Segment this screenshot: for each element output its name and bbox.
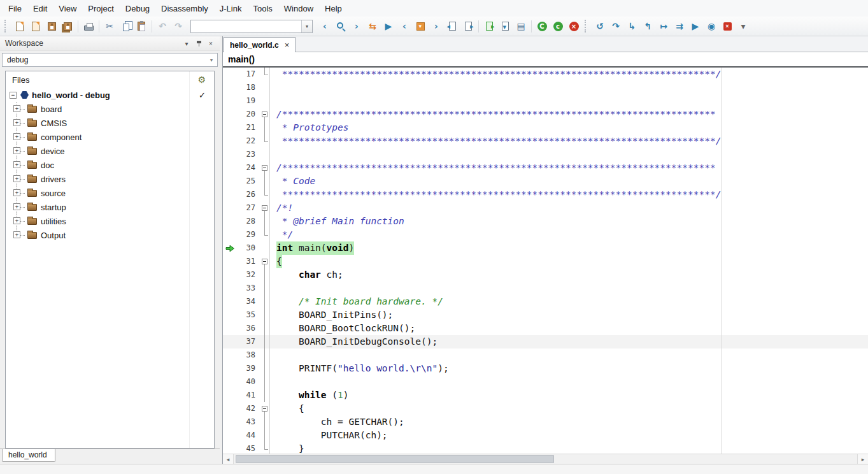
expand-icon[interactable]: + <box>13 147 20 154</box>
menu-item-file[interactable]: File <box>3 0 27 17</box>
go-button[interactable]: ▶ <box>688 18 703 34</box>
code-line-24[interactable]: 24/*************************************… <box>223 161 868 175</box>
breakpoint-gutter[interactable] <box>223 148 237 161</box>
menu-item-jlink[interactable]: J-Link <box>214 0 248 17</box>
save-all-button[interactable] <box>60 18 75 34</box>
breakpoint-gutter[interactable] <box>223 108 237 121</box>
breakpoint-gutter[interactable] <box>223 389 237 402</box>
expand-icon[interactable]: + <box>13 231 20 238</box>
code-line-35[interactable]: 35 BOARD_InitPins(); <box>223 308 868 322</box>
replace-button[interactable]: ⇆ <box>365 18 380 34</box>
menu-item-tools[interactable]: Tools <box>247 0 278 17</box>
fold-collapse-icon[interactable] <box>262 406 267 412</box>
code-line-31[interactable]: 31{ <box>223 255 868 268</box>
breakpoint-gutter[interactable] <box>223 415 237 429</box>
step-into-button[interactable]: ↳ <box>624 18 639 34</box>
code-line-39[interactable]: 39 PRINTF("hello world.\r\n"); <box>223 362 868 375</box>
project-root-item[interactable]: −hello_world - debug✓ <box>6 88 214 102</box>
breakpoint-gutter[interactable] <box>223 134 237 148</box>
breakpoint-gutter[interactable] <box>223 348 237 362</box>
tree-item-doc[interactable]: +doc <box>6 158 214 172</box>
debug-grip[interactable] <box>585 20 589 32</box>
code-line-36[interactable]: 36 BOARD_BootClockRUN(); <box>223 322 868 335</box>
tree-item-component[interactable]: +component <box>6 130 214 144</box>
code-line-22[interactable]: 22 *************************************… <box>223 134 868 148</box>
code-line-21[interactable]: 21 * Prototypes <box>223 121 868 134</box>
code-line-25[interactable]: 25 * Code <box>223 175 868 188</box>
cut-button[interactable]: ✂ <box>102 18 117 34</box>
fold-collapse-icon[interactable] <box>262 111 267 117</box>
go-to-definition-button[interactable]: ▶ <box>381 18 396 34</box>
workspace-bottom-tab[interactable]: hello_world <box>2 449 55 462</box>
tree-item-board[interactable]: +board <box>6 102 214 116</box>
code-line-19[interactable]: 19 <box>223 94 868 108</box>
menu-item-project[interactable]: Project <box>82 0 119 17</box>
code-line-40[interactable]: 40 <box>223 375 868 389</box>
breakpoint-gutter[interactable] <box>223 282 237 295</box>
step-over-button[interactable]: ↷ <box>608 18 623 34</box>
make-button[interactable] <box>497 18 513 34</box>
copy-button[interactable] <box>118 18 133 34</box>
fold-collapse-icon[interactable] <box>262 165 267 171</box>
breakpoint-gutter[interactable] <box>223 201 237 215</box>
code-line-44[interactable]: 44 PUTCHAR(ch); <box>223 429 868 442</box>
breakpoint-gutter[interactable] <box>223 429 237 442</box>
c-stat-clear-button[interactable]: c <box>550 18 566 34</box>
print-button[interactable] <box>81 18 96 34</box>
stop-debugging-button[interactable] <box>720 18 735 34</box>
tab-hello-world-c[interactable]: hello_world.c × <box>224 37 295 52</box>
save-button[interactable] <box>44 18 59 34</box>
tree-item-startup[interactable]: +startup <box>6 200 214 214</box>
tree-item-output[interactable]: +Output <box>6 228 214 242</box>
pin-icon[interactable] <box>194 38 204 48</box>
expand-icon[interactable]: + <box>13 105 20 112</box>
scroll-thumb[interactable] <box>236 455 554 463</box>
find-next-button[interactable]: › <box>349 18 364 34</box>
function-selector-bar[interactable]: main() <box>223 52 868 68</box>
stop-build-button[interactable]: × <box>566 18 581 34</box>
find-previous-button[interactable]: ‹ <box>317 18 332 34</box>
breakpoint-gutter[interactable] <box>223 121 237 134</box>
undo-button[interactable]: ↶ <box>155 18 170 34</box>
code-line-37[interactable]: 37 BOARD_InitDebugConsole(); <box>223 335 868 348</box>
code-line-42[interactable]: 42 { <box>223 402 868 415</box>
breakpoint-gutter[interactable] <box>223 241 237 255</box>
code-line-33[interactable]: 33 <box>223 282 868 295</box>
find-button[interactable] <box>333 18 348 34</box>
batch-build-button[interactable]: ▤ <box>513 18 529 34</box>
toolbar-grip[interactable] <box>4 20 9 32</box>
scroll-track[interactable] <box>234 454 857 464</box>
code-line-29[interactable]: 29 */ <box>223 228 868 241</box>
c-stat-analyze-button[interactable]: C <box>534 18 550 34</box>
fold-collapse-icon[interactable] <box>262 259 267 264</box>
configuration-dropdown[interactable]: debug ▾ <box>2 53 218 67</box>
code-line-32[interactable]: 32 char ch; <box>223 268 868 282</box>
tab-close-icon[interactable]: × <box>285 40 290 50</box>
next-bookmark-button[interactable]: › <box>429 18 444 34</box>
compile-button[interactable] <box>481 18 497 34</box>
tree-item-source[interactable]: +source <box>6 186 214 200</box>
menu-item-disassembly[interactable]: Disassembly <box>155 0 214 17</box>
breakpoint-gutter[interactable] <box>223 255 237 268</box>
code-line-26[interactable]: 26 *************************************… <box>223 188 868 201</box>
code-line-18[interactable]: 18 <box>223 81 868 94</box>
scroll-left-button[interactable]: ◂ <box>223 454 234 464</box>
breakpoint-gutter[interactable] <box>223 94 237 108</box>
code-line-23[interactable]: 23 <box>223 148 868 161</box>
code-line-45[interactable]: 45 } <box>223 442 868 454</box>
breakpoint-gutter[interactable] <box>223 308 237 322</box>
code-line-41[interactable]: 41 while (1) <box>223 389 868 402</box>
previous-bookmark-button[interactable]: ‹ <box>397 18 412 34</box>
new-document-button[interactable] <box>12 18 27 34</box>
menu-item-window[interactable]: Window <box>278 0 319 17</box>
code-line-30[interactable]: 30int main(void) <box>223 241 868 255</box>
expand-icon[interactable]: + <box>13 119 20 126</box>
reset-button[interactable]: ↺ <box>592 18 608 34</box>
breakpoint-gutter[interactable] <box>223 268 237 282</box>
code-line-34[interactable]: 34 /* Init board hardware. */ <box>223 295 868 308</box>
menu-item-help[interactable]: Help <box>319 0 348 17</box>
breakpoint-gutter[interactable] <box>223 335 237 348</box>
redo-button[interactable]: ↷ <box>171 18 186 34</box>
collapse-expander-icon[interactable]: − <box>10 92 17 99</box>
next-statement-button[interactable]: ↦ <box>656 18 671 34</box>
